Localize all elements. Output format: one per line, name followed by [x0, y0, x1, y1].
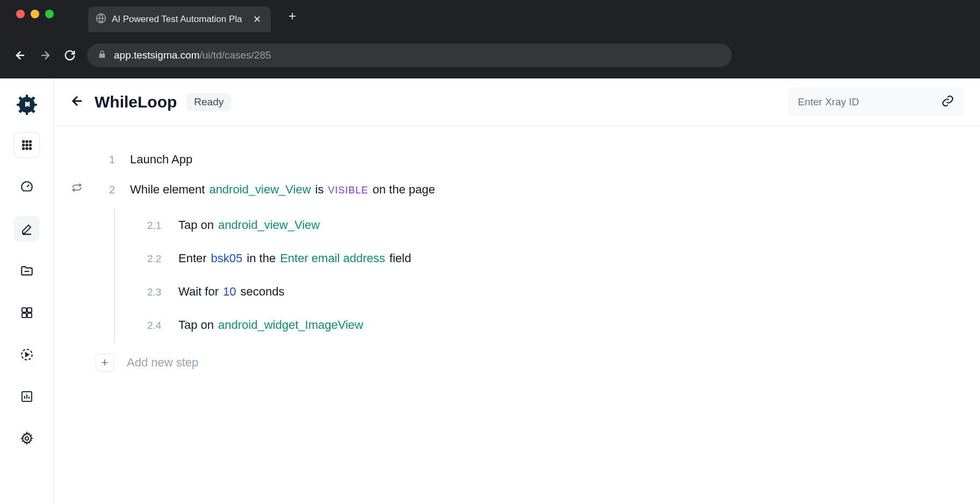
substep-text: Tap on android_view_View: [178, 218, 320, 232]
step-value-token[interactable]: bsk05: [211, 251, 243, 265]
step-keyword: Tap on: [178, 318, 214, 332]
address-bar[interactable]: app.testsigma.com/ui/td/cases/285: [87, 44, 732, 67]
substep-text: Enter bsk05 in the Enter email address f…: [178, 251, 411, 265]
substep-text: Tap on android_widget_ImageView: [178, 318, 363, 332]
window-controls: [0, 0, 54, 18]
substep-number: 2.2: [147, 253, 165, 265]
sidebar-item-runs[interactable]: [14, 342, 40, 368]
svg-point-18: [29, 148, 31, 150]
back-arrow-button[interactable]: [70, 93, 85, 111]
step-text: Launch App: [130, 153, 192, 167]
link-icon[interactable]: [941, 95, 954, 110]
step-keyword: is: [315, 183, 324, 197]
step-keyword: Wait for: [178, 285, 219, 299]
substeps-container: 2.1 Tap on android_view_View 2.2 Enter b…: [114, 208, 964, 342]
svg-point-10: [22, 141, 24, 143]
loop-icon: [70, 182, 84, 193]
sidebar-item-apps[interactable]: [14, 132, 40, 158]
sidebar-item-settings[interactable]: [14, 426, 40, 451]
step-element-token[interactable]: android_view_View: [218, 218, 320, 232]
xray-id-input[interactable]: [798, 96, 925, 108]
url-path: /ui/td/cases/285: [199, 49, 271, 61]
xray-id-box: [788, 88, 964, 117]
svg-rect-4: [17, 104, 20, 106]
step-action: Launch App: [130, 153, 192, 167]
url-text: app.testsigma.com/ui/td/cases/285: [114, 49, 271, 61]
lock-icon: [98, 50, 106, 61]
svg-rect-3: [25, 112, 27, 115]
substep-row[interactable]: 2.2 Enter bsk05 in the Enter email addre…: [119, 242, 964, 275]
substep-row[interactable]: 2.3 Wait for 10 seconds: [119, 275, 964, 308]
tab-close-button[interactable]: ✕: [251, 12, 263, 26]
page-header: WhileLoop Ready: [54, 78, 980, 126]
reload-button[interactable]: [62, 48, 77, 63]
svg-point-12: [29, 141, 31, 143]
step-state-token[interactable]: VISIBLE: [328, 185, 368, 196]
svg-point-16: [22, 148, 24, 150]
sidebar-item-edit[interactable]: [14, 216, 40, 242]
substep-number: 2.4: [147, 320, 165, 332]
page-title: WhileLoop: [95, 93, 177, 111]
sidebar: [0, 78, 54, 504]
step-keyword: Tap on: [178, 218, 214, 232]
tab-bar: AI Powered Test Automation Pla ✕ +: [0, 0, 980, 32]
add-step-label[interactable]: Add new step: [127, 356, 198, 370]
back-button[interactable]: [13, 48, 28, 63]
sidebar-item-files[interactable]: [14, 258, 40, 284]
svg-point-13: [22, 144, 24, 146]
add-step-button[interactable]: +: [96, 354, 114, 372]
sidebar-item-dashboard[interactable]: [14, 174, 40, 200]
step-number: 1: [99, 154, 115, 166]
svg-rect-20: [27, 308, 32, 312]
sidebar-item-reports[interactable]: [14, 384, 40, 409]
step-keyword: Enter: [178, 251, 207, 265]
window-minimize-button[interactable]: [31, 10, 39, 18]
tab-title: AI Powered Test Automation Pla: [112, 14, 246, 25]
step-number: 2: [99, 184, 115, 196]
new-tab-button[interactable]: +: [284, 8, 301, 25]
app-logo[interactable]: [16, 93, 38, 116]
svg-point-25: [25, 437, 28, 441]
step-keyword: While element: [130, 183, 205, 197]
step-row-while[interactable]: 2 While element android_view_View is VIS…: [70, 174, 964, 204]
substep-row[interactable]: 2.4 Tap on android_widget_ImageView: [119, 308, 964, 342]
status-badge: Ready: [186, 93, 231, 111]
step-element-token[interactable]: android_view_View: [209, 183, 311, 197]
window-close-button[interactable]: [16, 10, 25, 18]
sidebar-item-grid[interactable]: [14, 300, 40, 326]
substep-row[interactable]: 2.1 Tap on android_view_View: [119, 208, 964, 242]
step-keyword: on the page: [373, 183, 435, 197]
step-element-token[interactable]: Enter email address: [280, 251, 385, 265]
main-content: WhileLoop Ready 1 Launch App: [54, 78, 980, 504]
svg-point-11: [26, 141, 28, 143]
substep-number: 2.3: [147, 286, 165, 298]
svg-point-15: [29, 144, 31, 146]
url-host: app.testsigma.com: [114, 49, 199, 61]
browser-chrome: AI Powered Test Automation Pla ✕ + app.t…: [0, 0, 980, 78]
step-keyword: in the: [247, 251, 276, 265]
step-value-token[interactable]: 10: [223, 285, 236, 299]
svg-rect-21: [22, 313, 26, 318]
step-element-token[interactable]: android_widget_ImageView: [218, 318, 363, 332]
svg-point-17: [26, 148, 28, 150]
window-maximize-button[interactable]: [45, 10, 54, 18]
svg-point-14: [26, 144, 28, 146]
browser-tab[interactable]: AI Powered Test Automation Pla ✕: [88, 6, 271, 32]
step-row[interactable]: 1 Launch App: [70, 145, 964, 174]
forward-button[interactable]: [38, 48, 53, 63]
svg-rect-5: [33, 104, 37, 106]
steps-list: 1 Launch App 2 While element android_vie…: [54, 126, 980, 391]
app-container: WhileLoop Ready 1 Launch App: [0, 78, 980, 504]
svg-rect-2: [25, 95, 27, 98]
substep-number: 2.1: [147, 220, 165, 232]
substep-text: Wait for 10 seconds: [178, 285, 284, 299]
svg-rect-22: [27, 313, 32, 318]
step-keyword: field: [390, 251, 411, 265]
add-step-row: + Add new step: [70, 342, 964, 372]
toolbar: app.testsigma.com/ui/td/cases/285: [0, 38, 980, 73]
svg-rect-19: [22, 308, 26, 312]
step-text: While element android_view_View is VISIB…: [130, 183, 435, 197]
step-keyword: seconds: [240, 285, 284, 299]
globe-icon: [96, 13, 106, 26]
